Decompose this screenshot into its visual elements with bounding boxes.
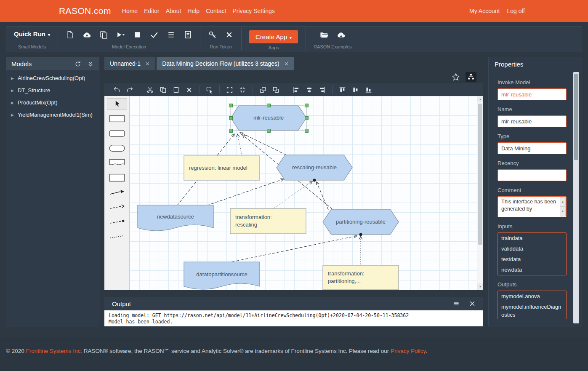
- palette-connector-dotted[interactable]: [107, 231, 127, 242]
- delete-icon[interactable]: [186, 86, 193, 93]
- nav-home[interactable]: Home: [122, 8, 138, 14]
- selection-handle[interactable]: [305, 129, 309, 133]
- name-input[interactable]: [498, 115, 567, 127]
- nav-contact[interactable]: Contact: [206, 8, 226, 14]
- model-item-airlinecrewscheduling-opt[interactable]: ▶AirlineCrewScheduling(Opt): [6, 72, 99, 84]
- create-app-button[interactable]: Create App▾: [249, 30, 298, 43]
- scroll-down-arrow[interactable]: ▼: [477, 283, 483, 290]
- nav-privacy-settings[interactable]: Privacy Settings: [232, 8, 274, 14]
- list-icon[interactable]: [167, 30, 176, 39]
- align-middle-icon[interactable]: [352, 86, 359, 93]
- align-right-icon[interactable]: [319, 86, 326, 93]
- node-newdatasource[interactable]: newdatasource: [138, 205, 213, 229]
- doc-new-icon[interactable]: [66, 30, 74, 39]
- palette-arrow-dashed[interactable]: [107, 201, 127, 213]
- type-input[interactable]: [498, 142, 567, 154]
- nav-my-account[interactable]: My Account: [469, 8, 500, 14]
- doc-lines-icon[interactable]: [184, 30, 192, 39]
- cut-icon[interactable]: [146, 86, 154, 93]
- palette-shape-rect[interactable]: [107, 113, 127, 124]
- model-item-productmix-opt[interactable]: ▶ProductMix(Opt): [6, 96, 99, 109]
- folder-open-icon[interactable]: [320, 30, 329, 39]
- canvas-scrollbar-thumb[interactable]: [478, 104, 482, 245]
- key-icon[interactable]: [208, 30, 217, 39]
- zoom-fit-icon[interactable]: [226, 86, 233, 93]
- model-item-yieldmanagementmodel1-sim[interactable]: ▶YieldManagementModel1(Sim): [6, 109, 99, 121]
- palette-cursor[interactable]: [107, 98, 127, 109]
- inputs-list-item[interactable]: validdata: [498, 243, 566, 254]
- nav-help[interactable]: Help: [187, 8, 200, 14]
- cloud-upload-icon[interactable]: [82, 30, 91, 39]
- outputs-list-item[interactable]: mymodel.influenceDiagnostics: [498, 302, 566, 319]
- selection-handle[interactable]: [229, 129, 233, 133]
- nav-editor[interactable]: Editor: [144, 8, 160, 14]
- tab-close-icon[interactable]: [145, 61, 150, 66]
- tab-close-icon[interactable]: [284, 61, 289, 66]
- selection-handle[interactable]: [305, 116, 309, 120]
- frontline-systems-link[interactable]: Frontline Systems Inc.: [26, 348, 82, 354]
- nav-about[interactable]: About: [166, 8, 181, 14]
- quick-run-button[interactable]: Quick Run▾: [14, 30, 50, 37]
- model-item-dt-structure[interactable]: ▶DT_Structure: [6, 84, 99, 96]
- node-transformation-partitioning[interactable]: transformation: partitioning,...: [323, 265, 399, 290]
- properties-scrollbar-thumb[interactable]: [574, 74, 578, 160]
- palette-arrow-solid[interactable]: [107, 187, 127, 198]
- selection-handle[interactable]: [229, 104, 233, 107]
- invoke-model-input[interactable]: mlr-reusable: [498, 88, 567, 100]
- refresh-icon[interactable]: [74, 61, 81, 67]
- output-menu-icon[interactable]: [453, 300, 460, 307]
- spinner-up-icon[interactable]: ▲: [560, 197, 566, 207]
- cloud-download-icon[interactable]: [337, 30, 346, 39]
- palette-shape-document[interactable]: [107, 157, 127, 168]
- play-caret-icon[interactable]: [116, 30, 125, 39]
- inputs-list-item[interactable]: traindata: [498, 233, 566, 243]
- align-top-icon[interactable]: [339, 86, 346, 93]
- align-bottom-icon[interactable]: [365, 86, 372, 93]
- bring-front-icon[interactable]: [259, 86, 266, 93]
- comment-textarea[interactable]: This interface has been generated by ▲▼: [498, 196, 567, 217]
- diagram-canvas[interactable]: mlr-reusableregression: linear modelresc…: [130, 96, 477, 290]
- undo-icon[interactable]: [113, 86, 120, 93]
- selection-handle[interactable]: [267, 104, 271, 107]
- send-back-icon[interactable]: [272, 86, 279, 93]
- node-regression-linear-model[interactable]: regression: linear model: [184, 156, 260, 180]
- inputs-list-item[interactable]: testdata: [498, 254, 566, 264]
- stop-icon[interactable]: [133, 30, 142, 39]
- brand-logo[interactable]: RASON.com: [59, 6, 111, 16]
- node-rescaling-reusable[interactable]: rescaling-reusable: [277, 155, 352, 180]
- marquee-icon[interactable]: [206, 86, 213, 93]
- selection-handle[interactable]: [229, 116, 233, 120]
- inputs-list-item[interactable]: newdata: [498, 264, 566, 275]
- properties-scrollbar[interactable]: [573, 72, 579, 323]
- node-partitioning-reusable[interactable]: partitioning-reusable: [323, 209, 399, 235]
- node-datatopartitionsource[interactable]: datatopartitionsource: [184, 262, 260, 287]
- palette-shape-stadium[interactable]: [107, 142, 127, 154]
- paste-icon[interactable]: [173, 86, 180, 93]
- palette-connector-dash-dot[interactable]: [107, 216, 127, 227]
- canvas-vertical-scrollbar[interactable]: ▲ ▼: [477, 96, 483, 290]
- outputs-list-item[interactable]: mymodel.anova: [498, 291, 566, 302]
- align-center-icon[interactable]: [306, 86, 313, 93]
- collapse-all-icon[interactable]: [87, 61, 94, 67]
- node-transformation-rescaling[interactable]: transformation: rescaling: [230, 208, 306, 234]
- palette-shape-process[interactable]: [107, 172, 127, 183]
- privacy-policy-link[interactable]: Privacy Policy: [391, 348, 426, 354]
- align-left-icon[interactable]: [293, 86, 300, 93]
- palette-shape-rounded[interactable]: [107, 128, 127, 139]
- copy-icon[interactable]: [99, 30, 108, 39]
- nav-log-off[interactable]: Log off: [507, 8, 525, 14]
- selection-handle[interactable]: [305, 104, 309, 107]
- spinner-down-icon[interactable]: ▼: [560, 207, 566, 216]
- selection-handle[interactable]: [267, 129, 271, 133]
- output-close-icon[interactable]: [469, 300, 476, 307]
- scroll-up-arrow[interactable]: ▲: [477, 96, 483, 102]
- x-mark-icon[interactable]: [225, 30, 234, 39]
- check-icon[interactable]: [150, 30, 159, 39]
- favorite-star-icon[interactable]: [452, 73, 460, 81]
- copy-icon[interactable]: [160, 86, 167, 93]
- comment-spinner[interactable]: ▲▼: [560, 197, 566, 216]
- tab-unnamed-1[interactable]: Unnamed-1: [104, 57, 155, 70]
- redo-icon[interactable]: [126, 86, 133, 93]
- flow-view-button[interactable]: [466, 72, 476, 82]
- recency-input[interactable]: [498, 169, 567, 181]
